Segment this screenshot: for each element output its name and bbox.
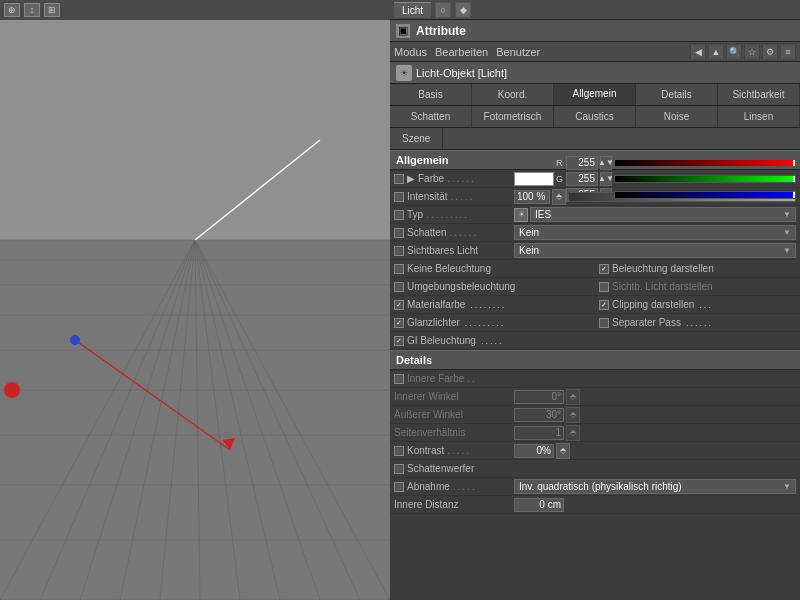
tab-schatten[interactable]: Schatten <box>390 106 472 127</box>
abnahme-checkbox[interactable] <box>394 482 404 492</box>
panel-icon-btn2[interactable]: ◆ <box>455 2 471 18</box>
seitenverhaeltnis-input[interactable] <box>514 426 564 440</box>
clipping-darstellen-cb[interactable] <box>599 300 609 310</box>
grid-area <box>0 20 390 600</box>
schatten-dropdown[interactable]: Kein ▼ <box>514 225 796 240</box>
viewport-zoom-btn[interactable]: ↕ <box>24 3 40 17</box>
typ-dropdown[interactable]: IES ▼ <box>530 207 796 222</box>
sichtbares-licht-checkbox[interactable] <box>394 246 404 256</box>
check-umgebungsbeleuchtung: Umgebungsbeleuchtung <box>390 278 595 296</box>
viewport[interactable]: ⊕ ↕ ⊞ <box>0 0 390 600</box>
innere-distanz-value <box>514 498 796 512</box>
typ-value[interactable]: ☀ IES ▼ <box>514 207 796 222</box>
menu-bearbeiten[interactable]: Bearbeiten <box>435 46 488 58</box>
keine-beleuchtung-cb[interactable] <box>394 264 404 274</box>
panel-icon-btn1[interactable]: ○ <box>435 2 451 18</box>
glanzlichter-cb[interactable] <box>394 318 404 328</box>
sichtbares-licht-value[interactable]: Kein ▼ <box>514 243 796 258</box>
tab-szene[interactable]: Szene <box>390 128 443 149</box>
attr-header: ▣ Attribute <box>390 20 800 42</box>
g-colorbar[interactable] <box>614 175 796 183</box>
kontrast-input[interactable] <box>514 444 554 458</box>
more-btn[interactable]: ≡ <box>780 44 796 60</box>
umgebungsbeleuchtung-cb[interactable] <box>394 282 404 292</box>
intensitaet-input[interactable] <box>514 190 550 204</box>
farbe-swatch[interactable] <box>514 172 554 186</box>
kontrast-checkbox[interactable] <box>394 446 404 456</box>
farbe-g-spinner[interactable]: ▲▼ <box>600 172 612 186</box>
menu-benutzer[interactable]: Benutzer <box>496 46 540 58</box>
aeusserer-winkel-label: Äußerer Winkel <box>394 409 514 420</box>
back-btn[interactable]: ◀ <box>690 44 706 60</box>
farbe-g-input[interactable] <box>566 172 598 186</box>
seitenverhaeltnis-spinner[interactable]: ⬘ <box>566 425 580 441</box>
check-glanzlichter: Glanzlichter ......... <box>390 314 595 332</box>
menu-modus[interactable]: Modus <box>394 46 427 58</box>
intensitaet-spinner[interactable]: ⬘ <box>552 189 566 205</box>
seitenverhaeltnis-row: Seitenverhältnis ⬘ <box>390 424 800 442</box>
innerer-winkel-input[interactable] <box>514 390 564 404</box>
checks-grid: Keine Beleuchtung Beleuchtung darstellen… <box>390 260 800 350</box>
viewport-move-btn[interactable]: ⊕ <box>4 3 20 17</box>
innere-distanz-input[interactable] <box>514 498 564 512</box>
search-btn[interactable]: 🔍 <box>726 44 742 60</box>
check-sichtb-licht: Sichtb. Licht darstellen <box>595 278 800 296</box>
aeusserer-winkel-spinner[interactable]: ⬘ <box>566 407 580 423</box>
tab-noise[interactable]: Noise <box>636 106 718 127</box>
licht-tab[interactable]: Licht <box>394 2 431 18</box>
tab-basis[interactable]: Basis <box>390 84 472 105</box>
separater-pass-cb[interactable] <box>599 318 609 328</box>
aeusserer-winkel-input[interactable] <box>514 408 564 422</box>
farbe-arrow-icon: ▶ <box>407 173 415 184</box>
check-keine-beleuchtung: Keine Beleuchtung <box>390 260 595 278</box>
materialfarbe-cb[interactable] <box>394 300 404 310</box>
b-colorbar[interactable] <box>614 191 796 199</box>
svg-rect-1 <box>0 20 390 240</box>
tab-koord[interactable]: Koord. <box>472 84 554 105</box>
farbe-row: ▶ Farbe ...... R ▲▼ <box>390 170 800 188</box>
beleuchtung-darstellen-cb[interactable] <box>599 264 609 274</box>
farbe-r-input[interactable] <box>566 156 598 170</box>
tab-caustics[interactable]: Caustics <box>554 106 636 127</box>
tab-details[interactable]: Details <box>636 84 718 105</box>
props-area[interactable]: Allgemein ▶ Farbe ...... R <box>390 150 800 600</box>
abnahme-value[interactable]: Inv. quadratisch (physikalisch richtig) … <box>514 479 796 494</box>
obj-name: Licht-Objekt [Licht] <box>416 67 507 79</box>
section-details: Details <box>390 350 800 370</box>
bookmark-btn[interactable]: ☆ <box>744 44 760 60</box>
gi-beleuchtung-cb[interactable] <box>394 336 404 346</box>
schatten-value[interactable]: Kein ▼ <box>514 225 796 240</box>
check-separater-pass: Separater Pass ...... <box>595 314 800 332</box>
aeusserer-winkel-value: ⬘ <box>514 407 796 423</box>
innere-distanz-row: Innere Distanz <box>390 496 800 514</box>
schatten-row: Schatten ...... Kein ▼ <box>390 224 800 242</box>
abnahme-row: Abnahme ..... Inv. quadratisch (physikal… <box>390 478 800 496</box>
farbe-r-spinner[interactable]: ▲▼ <box>600 156 612 170</box>
tab-allgemein[interactable]: Allgemein <box>554 84 636 105</box>
sichtbares-licht-dropdown[interactable]: Kein ▼ <box>514 243 796 258</box>
panel-top-bar: Licht ○ ◆ <box>390 0 800 20</box>
r-colorbar[interactable] <box>614 159 796 167</box>
kontrast-spinner[interactable]: ⬘ <box>556 443 570 459</box>
schattenwerfer-checkbox[interactable] <box>394 464 404 474</box>
intensitaet-label: Intensität ..... <box>394 191 514 202</box>
menu-arrows: ◀ ▲ 🔍 ☆ ⚙ ≡ <box>690 44 796 60</box>
schatten-checkbox[interactable] <box>394 228 404 238</box>
schattenwerfer-label: Schattenwerfer <box>394 463 514 474</box>
farbe-checkbox[interactable] <box>394 174 404 184</box>
settings-btn[interactable]: ⚙ <box>762 44 778 60</box>
tab-fotometrisch[interactable]: Fotometrisch <box>472 106 554 127</box>
innere-farbe-cb[interactable] <box>394 374 404 384</box>
innere-distanz-label: Innere Distanz <box>394 499 514 510</box>
tab-linsen[interactable]: Linsen <box>718 106 800 127</box>
fwd-btn[interactable]: ▲ <box>708 44 724 60</box>
tab-sichtbarkeit[interactable]: Sichtbarkeit <box>718 84 800 105</box>
intensitaet-checkbox[interactable] <box>394 192 404 202</box>
check-empty <box>595 332 800 350</box>
typ-checkbox[interactable] <box>394 210 404 220</box>
attr-icon: ▣ <box>396 24 410 38</box>
viewport-grid-btn[interactable]: ⊞ <box>44 3 60 17</box>
innerer-winkel-spinner[interactable]: ⬘ <box>566 389 580 405</box>
sichtb-licht-cb[interactable] <box>599 282 609 292</box>
abnahme-dropdown[interactable]: Inv. quadratisch (physikalisch richtig) … <box>514 479 796 494</box>
